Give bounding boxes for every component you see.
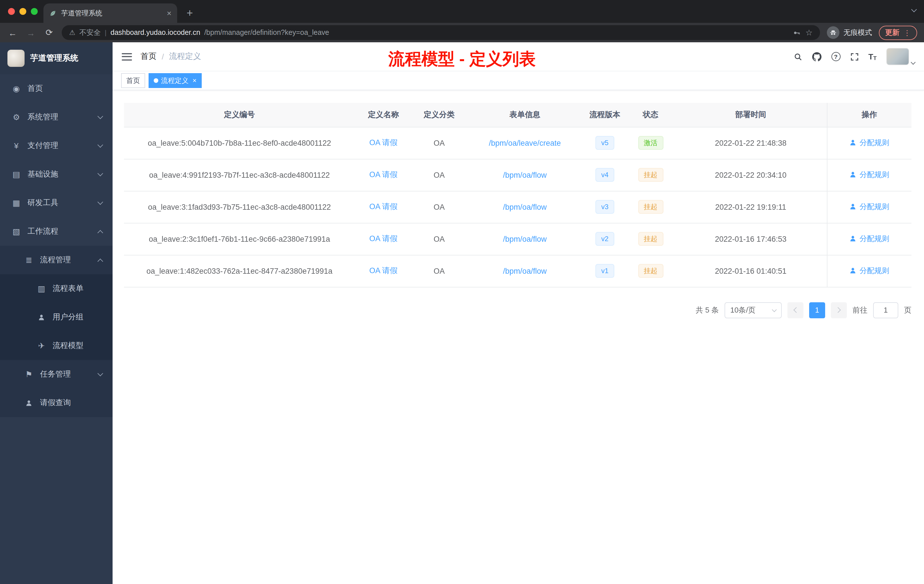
user-icon: [38, 313, 45, 321]
column-header: 操作: [827, 103, 911, 127]
definition-name-link[interactable]: OA 请假: [369, 266, 398, 275]
column-header: 定义分类: [412, 103, 466, 127]
active-dot-icon: [154, 78, 158, 83]
sidebar-item-label: 支付管理: [27, 140, 92, 151]
help-icon[interactable]: ?: [831, 52, 840, 61]
sidebar-item-process-mgmt[interactable]: ≣流程管理: [0, 246, 112, 274]
cell-category: OA: [412, 191, 466, 223]
key-icon[interactable]: [793, 28, 802, 37]
current-page-button[interactable]: 1: [809, 302, 825, 318]
model-icon: ✈: [36, 341, 46, 350]
sidebar-item-payment[interactable]: ¥支付管理: [0, 132, 112, 160]
sidebar-item-infra[interactable]: ▤基础设施: [0, 160, 112, 188]
infra-icon: ▤: [12, 170, 21, 179]
tag-close-icon[interactable]: ×: [193, 77, 196, 84]
chevron-down-icon: [97, 114, 103, 119]
page-size-value: 10条/页: [730, 305, 756, 315]
github-icon[interactable]: [812, 52, 822, 61]
definition-name-link[interactable]: OA 请假: [369, 138, 398, 147]
browser-toolbar: ← → ⟳ ⚠ 不安全 | dashboard.yudao.iocoder.cn…: [0, 23, 924, 42]
fullscreen-icon[interactable]: [850, 52, 858, 61]
close-window-button[interactable]: [8, 8, 15, 15]
form-link[interactable]: /bpm/oa/flow: [503, 203, 546, 211]
back-button[interactable]: ←: [7, 28, 18, 38]
user-icon: [850, 203, 857, 211]
definition-name-link[interactable]: OA 请假: [369, 234, 398, 243]
cell-definition-id: oa_leave:1:482ec033-762a-11ec-8477-a2380…: [124, 255, 355, 287]
tags-bar: 首页 流程定义 ×: [112, 71, 924, 90]
maximize-window-button[interactable]: [31, 8, 38, 15]
sidebar-item-leave-query[interactable]: 请假查询: [0, 389, 112, 417]
column-header: 状态: [626, 103, 675, 127]
tag-process-definition[interactable]: 流程定义 ×: [148, 73, 202, 88]
users-icon: [36, 313, 46, 321]
sidebar-item-user-group[interactable]: 用户分组: [0, 303, 112, 332]
sidebar-item-devtools[interactable]: ▦研发工具: [0, 188, 112, 217]
font-size-icon[interactable]: TT: [868, 52, 876, 61]
sidebar-item-system[interactable]: ⚙系统管理: [0, 103, 112, 132]
minimize-window-button[interactable]: [20, 8, 26, 15]
cell-category: OA: [412, 127, 466, 159]
next-page-button[interactable]: [831, 302, 847, 318]
sidebar-item-label: 用户分组: [53, 312, 102, 322]
definition-name-link[interactable]: OA 请假: [369, 170, 398, 179]
user-avatar[interactable]: [886, 48, 915, 65]
version-badge: v2: [596, 232, 614, 246]
forward-button[interactable]: →: [25, 28, 36, 38]
new-tab-button[interactable]: +: [182, 5, 198, 21]
list-icon: ≣: [24, 256, 34, 265]
assign-rule-link[interactable]: 分配规则: [850, 138, 889, 148]
user-icon: [850, 235, 857, 243]
sidebar-item-process-form[interactable]: ▥流程表单: [0, 274, 112, 303]
url-bar[interactable]: ⚠ 不安全 | dashboard.yudao.iocoder.cn/bpm/m…: [62, 25, 820, 40]
column-header: 部署时间: [675, 103, 827, 127]
tabstrip-chevron-down-icon[interactable]: [911, 7, 917, 12]
form-link[interactable]: /bpm/oa/flow: [503, 267, 546, 275]
sidebar-item-process-model[interactable]: ✈流程模型: [0, 332, 112, 360]
hamburger-icon[interactable]: [122, 53, 132, 60]
assign-rule-link[interactable]: 分配规则: [850, 266, 889, 276]
cell-deploy-time: 2022-01-16 17:46:53: [675, 223, 827, 255]
chevron-left-icon: [794, 307, 799, 313]
url-divider: |: [105, 28, 107, 36]
reload-button[interactable]: ⟳: [43, 27, 55, 38]
browser-tab[interactable]: 芋道管理系统 ×: [43, 3, 177, 23]
status-badge: 激活: [638, 136, 663, 150]
version-badge: v4: [596, 168, 614, 182]
table-body: oa_leave:5:004b710b-7b8a-11ec-8ef0-acde4…: [124, 127, 911, 287]
sidebar-item-task-mgmt[interactable]: ⚑任务管理: [0, 360, 112, 389]
prev-page-button[interactable]: [787, 302, 804, 318]
update-button[interactable]: 更新 ⋮: [879, 25, 917, 40]
bookmark-star-icon[interactable]: ☆: [805, 28, 813, 37]
assign-rule-link[interactable]: 分配规则: [850, 170, 889, 180]
form-link[interactable]: /bpm/oa/leave/create: [489, 139, 561, 147]
sidebar-item-label: 流程管理: [40, 255, 92, 265]
window-controls: [8, 8, 38, 15]
tag-home[interactable]: 首页: [121, 73, 145, 88]
tag-label: 流程定义: [161, 76, 188, 86]
workflow-icon: ▧: [12, 227, 21, 236]
page-size-select[interactable]: 10条/页: [724, 302, 782, 318]
form-link[interactable]: /bpm/oa/flow: [503, 234, 546, 243]
sidebar-item-home[interactable]: ◉首页: [0, 74, 112, 103]
definition-name-link[interactable]: OA 请假: [369, 202, 398, 211]
menu-dots-icon[interactable]: ⋮: [903, 28, 911, 37]
tasks-icon: ⚑: [24, 370, 34, 379]
chevron-up-icon: [97, 230, 103, 236]
breadcrumb-home[interactable]: 首页: [140, 51, 157, 62]
tab-close-icon[interactable]: ×: [167, 8, 172, 18]
goto-page-input[interactable]: [873, 302, 898, 318]
form-link[interactable]: /bpm/oa/flow: [503, 171, 546, 179]
sidebar-item-label: 请假查询: [40, 398, 102, 408]
cell-deploy-time: 2022-01-16 01:40:51: [675, 255, 827, 287]
assign-rule-link[interactable]: 分配规则: [850, 234, 889, 244]
sidebar-item-workflow[interactable]: ▧工作流程: [0, 217, 112, 246]
main-content: 首页 / 流程定义 ?: [112, 42, 924, 584]
sidebar-item-label: 基础设施: [27, 169, 92, 180]
security-indicator[interactable]: 不安全: [79, 28, 101, 38]
table-row: oa_leave:5:004b710b-7b8a-11ec-8ef0-acde4…: [124, 127, 911, 159]
search-icon[interactable]: [794, 52, 802, 61]
cell-deploy-time: 2022-01-22 20:34:10: [675, 159, 827, 191]
assign-rule-link[interactable]: 分配规则: [850, 202, 889, 212]
cell-category: OA: [412, 159, 466, 191]
